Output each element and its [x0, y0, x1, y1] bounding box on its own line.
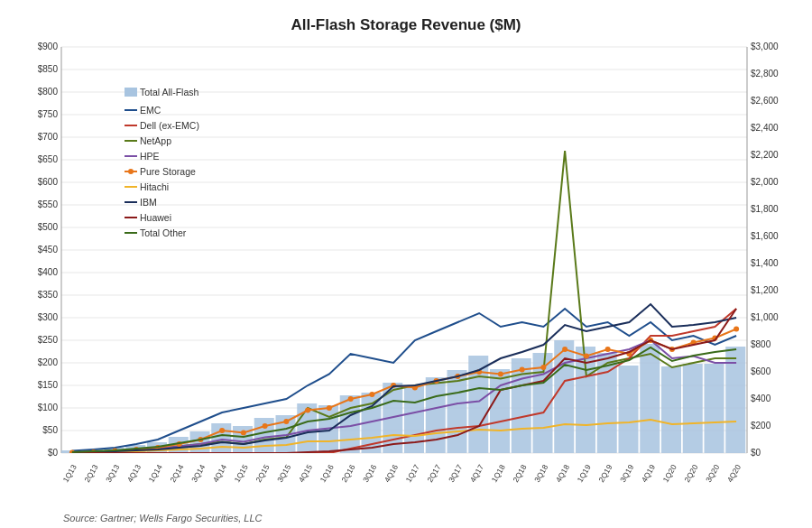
svg-text:$1,000: $1,000 [751, 312, 779, 322]
svg-text:$600: $600 [38, 177, 59, 187]
svg-text:$1,800: $1,800 [751, 204, 779, 214]
legend: Total All-Flash EMC Dell (ex-EMC) NetApp… [125, 87, 199, 238]
svg-text:1Q16: 1Q16 [318, 463, 336, 484]
svg-rect-78 [512, 358, 531, 453]
chart-container: All-Flash Storage Revenue ($M) [9, 9, 803, 519]
svg-text:$2,800: $2,800 [751, 69, 779, 79]
legend-netapp: NetApp [140, 135, 171, 146]
legend-huawei: Huawei [140, 212, 171, 223]
source-text: Source: Gartner; Wells Fargo Securities,… [63, 513, 803, 523]
svg-text:$700: $700 [38, 132, 59, 142]
svg-point-114 [605, 347, 611, 352]
svg-text:$750: $750 [38, 109, 59, 119]
svg-text:$2,200: $2,200 [751, 150, 779, 160]
chart-svg: $0 $50 $100 $150 $200 $250 $300 $350 $40… [9, 38, 803, 507]
svg-text:$450: $450 [38, 245, 59, 255]
svg-rect-87 [705, 364, 724, 453]
svg-text:4Q18: 4Q18 [554, 463, 571, 484]
svg-text:3Q16: 3Q16 [361, 463, 378, 484]
svg-point-102 [348, 396, 354, 402]
svg-text:1Q14: 1Q14 [147, 463, 164, 484]
svg-text:$50: $50 [42, 425, 58, 435]
svg-text:$150: $150 [38, 380, 59, 390]
legend-hpe: HPE [140, 151, 160, 162]
svg-text:$600: $600 [751, 366, 771, 376]
legend-pure-storage: Pure Storage [140, 166, 196, 177]
svg-text:1Q19: 1Q19 [576, 463, 593, 484]
svg-point-101 [327, 405, 332, 411]
svg-point-97 [241, 431, 246, 436]
svg-text:2Q16: 2Q16 [339, 463, 356, 484]
svg-text:1Q15: 1Q15 [233, 463, 250, 484]
legend-total-other: Total Other [140, 227, 187, 238]
svg-text:$0: $0 [48, 448, 59, 458]
legend-hitachi: Hitachi [140, 181, 169, 192]
svg-text:4Q13: 4Q13 [125, 463, 143, 484]
svg-point-98 [263, 423, 268, 429]
legend-ibm: IBM [140, 197, 157, 208]
svg-text:$1,600: $1,600 [751, 231, 779, 241]
legend-total-allflash: Total All-Flash [140, 87, 199, 97]
svg-text:4Q15: 4Q15 [297, 463, 314, 484]
svg-text:3Q14: 3Q14 [189, 463, 207, 484]
svg-text:2Q20: 2Q20 [682, 463, 699, 484]
svg-text:4Q16: 4Q16 [383, 463, 400, 484]
legend-emc: EMC [140, 105, 161, 116]
svg-rect-64 [211, 423, 231, 453]
svg-text:4Q20: 4Q20 [725, 463, 743, 484]
svg-text:$0: $0 [751, 448, 761, 458]
left-axis: $0 $50 $100 $150 $200 $250 $300 $350 $40… [38, 42, 59, 458]
svg-text:3Q13: 3Q13 [104, 463, 121, 484]
x-axis-labels: 1Q13 2Q13 3Q13 4Q13 1Q14 2Q14 3Q14 4Q14 … [61, 463, 743, 484]
svg-rect-153 [125, 88, 137, 97]
svg-text:1Q17: 1Q17 [404, 463, 421, 484]
svg-point-120 [734, 327, 739, 332]
svg-text:$200: $200 [38, 357, 59, 367]
svg-text:$1,200: $1,200 [751, 285, 779, 295]
svg-text:$550: $550 [38, 199, 59, 209]
svg-text:$800: $800 [751, 339, 771, 349]
svg-text:3Q20: 3Q20 [704, 463, 721, 484]
svg-text:$900: $900 [38, 42, 59, 51]
svg-text:3Q17: 3Q17 [447, 463, 464, 484]
svg-text:$200: $200 [751, 421, 771, 431]
svg-text:2Q13: 2Q13 [82, 463, 99, 484]
svg-text:2Q17: 2Q17 [425, 463, 442, 484]
svg-text:4Q19: 4Q19 [640, 463, 657, 484]
svg-point-113 [584, 354, 589, 359]
svg-text:$1,400: $1,400 [751, 258, 779, 268]
svg-text:2Q18: 2Q18 [511, 463, 528, 484]
svg-rect-77 [490, 369, 510, 453]
chart-area: $0 $50 $100 $150 $200 $250 $300 $350 $40… [9, 38, 803, 511]
legend-dell: Dell (ex-EMC) [140, 120, 199, 131]
svg-text:$350: $350 [38, 290, 59, 300]
svg-point-109 [498, 372, 503, 377]
svg-text:1Q13: 1Q13 [61, 463, 78, 484]
svg-text:$250: $250 [38, 335, 59, 345]
chart-title: All-Flash Storage Revenue ($M) [9, 9, 803, 38]
svg-text:2Q19: 2Q19 [596, 463, 614, 484]
svg-text:4Q14: 4Q14 [211, 463, 228, 484]
svg-point-103 [369, 392, 374, 397]
svg-point-111 [540, 365, 546, 370]
svg-text:$650: $650 [38, 154, 59, 164]
svg-point-100 [305, 408, 310, 413]
svg-text:$850: $850 [38, 64, 59, 74]
svg-text:1Q18: 1Q18 [490, 463, 507, 484]
svg-rect-84 [640, 344, 660, 453]
svg-point-110 [520, 367, 525, 373]
svg-text:$300: $300 [38, 312, 59, 322]
svg-text:$2,000: $2,000 [751, 177, 779, 187]
svg-text:$400: $400 [751, 394, 771, 403]
svg-text:$500: $500 [38, 222, 59, 232]
svg-text:$100: $100 [38, 403, 59, 412]
svg-text:3Q18: 3Q18 [532, 463, 549, 484]
svg-rect-74 [426, 377, 446, 453]
svg-rect-83 [619, 366, 639, 453]
svg-text:$2,400: $2,400 [751, 123, 779, 133]
svg-text:3Q19: 3Q19 [618, 463, 635, 484]
svg-text:4Q17: 4Q17 [468, 463, 485, 484]
svg-text:$3,000: $3,000 [751, 42, 779, 51]
right-axis: $0 $200 $400 $600 $800 $1,000 $1,200 $1,… [751, 42, 779, 458]
svg-text:2Q15: 2Q15 [254, 463, 271, 484]
